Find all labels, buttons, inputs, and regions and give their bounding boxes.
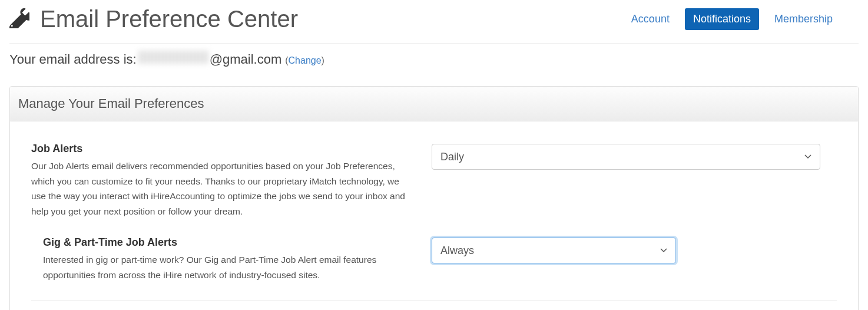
pref-row-job-alerts: Job Alerts Our Job Alerts email delivers… (31, 143, 837, 236)
email-line: Your email address is: @gmail.com (Chang… (9, 51, 859, 67)
tabs: Account Notifications Membership (623, 8, 859, 30)
tab-account[interactable]: Account (623, 8, 678, 30)
job-alerts-desc: Our Job Alerts email delivers recommende… (31, 159, 408, 219)
tab-notifications[interactable]: Notifications (685, 8, 759, 30)
email-domain: @gmail.com (210, 52, 282, 67)
change-wrap: (Change) (285, 55, 324, 66)
wrench-icon (9, 8, 29, 31)
preferences-panel: Manage Your Email Preferences Job Alerts… (9, 86, 859, 310)
job-alerts-title: Job Alerts (31, 143, 408, 155)
job-alerts-select[interactable]: Daily (432, 144, 820, 170)
page-title: Email Preference Center (40, 6, 298, 32)
panel-header: Manage Your Email Preferences (10, 87, 858, 121)
gig-alerts-select[interactable]: Always (432, 238, 676, 263)
gig-alerts-desc: Interested in gig or part-time work? Our… (43, 252, 408, 282)
gig-alerts-title: Gig & Part-Time Job Alerts (43, 236, 408, 249)
tab-membership[interactable]: Membership (766, 8, 841, 30)
pref-row-gig-alerts: Gig & Part-Time Job Alerts Interested in… (31, 236, 837, 301)
email-prefix: Your email address is: (9, 52, 137, 67)
change-email-link[interactable]: Change (289, 55, 322, 65)
email-local-obscured (139, 51, 210, 64)
